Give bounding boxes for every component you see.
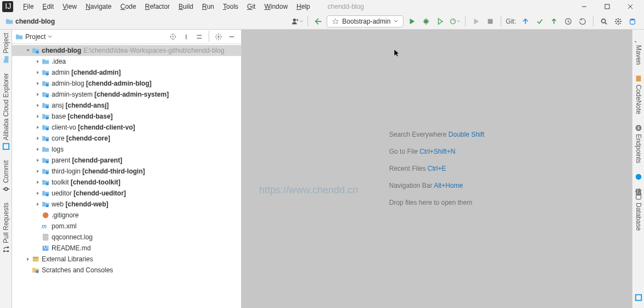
tab-wechat[interactable]: 微信 <box>634 173 643 183</box>
tree-item-client-vo[interactable]: client-vo [chendd-client-vo] <box>12 122 241 133</box>
vcs-update-icon[interactable] <box>519 15 531 27</box>
run-config-selector[interactable]: Bootstrap-admin <box>327 15 404 27</box>
debug-button[interactable] <box>420 15 432 27</box>
gear-icon[interactable] <box>612 15 624 27</box>
tab-codenote[interactable]: CodeNote <box>635 75 642 114</box>
svg-text:m: m <box>635 41 639 43</box>
svg-point-35 <box>43 212 49 219</box>
menu-refactor[interactable]: Refactor <box>141 1 174 12</box>
pane-hide-icon[interactable] <box>226 31 238 43</box>
tab-pull-requests[interactable]: Pull Requests <box>2 203 10 253</box>
svg-point-11 <box>602 19 606 23</box>
svg-rect-31 <box>46 172 48 174</box>
database-tool-icon[interactable] <box>626 15 639 27</box>
svg-rect-22 <box>36 51 38 53</box>
svg-point-21 <box>217 36 220 38</box>
ide-body: Project Alibaba Cloud Explorer Commit Pu… <box>0 30 644 308</box>
tree-item-base[interactable]: base [chendd-base] <box>12 111 241 122</box>
svg-text:IJ: IJ <box>5 3 11 10</box>
tree-item-parent[interactable]: parent [chendd-parent] <box>12 155 241 166</box>
tab-project[interactable]: Project <box>2 33 10 63</box>
svg-point-17 <box>7 250 9 253</box>
svg-point-12 <box>617 20 619 23</box>
tree-item-core[interactable]: core [chendd-core] <box>12 133 241 144</box>
svg-rect-34 <box>46 205 48 207</box>
menu-build[interactable]: Build <box>174 1 198 12</box>
tree-item-web[interactable]: web [chendd-web] <box>12 199 241 210</box>
add-user-icon[interactable] <box>291 15 303 27</box>
menu-code[interactable]: Code <box>116 1 141 12</box>
project-pane-header: Project <box>12 30 241 44</box>
run-disabled-button[interactable] <box>470 15 482 27</box>
vcs-commit-icon[interactable] <box>534 15 546 27</box>
tree-item-admin-system[interactable]: admin-system [chendd-admin-system] <box>12 89 241 100</box>
tab-alibaba-cloud-explorer[interactable]: Alibaba Cloud Explorer <box>2 73 10 150</box>
tree-item--idea[interactable]: .idea <box>12 56 241 67</box>
tree-item-qqconnect-log[interactable]: qqconnect.log <box>12 232 241 243</box>
svg-point-42 <box>36 270 38 273</box>
tab-endpoints[interactable]: Endpoints <box>635 124 642 163</box>
back-icon[interactable] <box>312 15 324 27</box>
menu-tools[interactable]: Tools <box>219 1 243 12</box>
menu-help[interactable]: Help <box>292 1 315 12</box>
menu-file[interactable]: File <box>19 1 38 12</box>
tree-item-third-login[interactable]: third-login [chendd-third-login] <box>12 166 241 177</box>
app-logo-icon: IJ <box>2 1 13 12</box>
locate-icon[interactable] <box>167 31 179 43</box>
run-coverage-button[interactable] <box>434 15 446 27</box>
tree-item-ueditor[interactable]: ueditor [chendd-ueditor] <box>12 188 241 199</box>
profile-button[interactable] <box>449 15 461 27</box>
tab-maven[interactable]: mMaven <box>635 35 642 65</box>
tree-item-README-md[interactable]: MDREADME.md <box>12 243 241 254</box>
window-minimize-button[interactable] <box>573 1 596 13</box>
tab-commit[interactable]: Commit <box>2 160 10 193</box>
tree-root[interactable]: chendd-blogE:\chendd\Idea-Workspaces-git… <box>12 45 241 56</box>
left-tool-strip: Project Alibaba Cloud Explorer Commit Pu… <box>0 30 12 308</box>
tree-item-logs[interactable]: logs <box>12 144 241 155</box>
editor-tip: Recent Files Ctrl+E <box>389 160 484 177</box>
search-icon[interactable] <box>598 15 610 27</box>
project-tree[interactable]: chendd-blogE:\chendd\Idea-Workspaces-git… <box>12 44 241 308</box>
svg-text:MD: MD <box>43 244 49 251</box>
svg-rect-23 <box>46 73 48 75</box>
svg-rect-29 <box>46 139 48 141</box>
svg-rect-44 <box>636 76 641 82</box>
stop-button[interactable] <box>484 15 496 27</box>
menu-view[interactable]: View <box>58 1 81 12</box>
tree-item-admin[interactable]: admin [chendd-admin] <box>12 67 241 78</box>
tree-item-admin-blog[interactable]: admin-blog [chendd-admin-blog] <box>12 78 241 89</box>
breadcrumb-root[interactable]: chendd-blog <box>15 18 55 25</box>
project-tool-window: Project chendd-blogE:\chendd\Idea-Worksp… <box>12 30 242 308</box>
menu-run[interactable]: Run <box>198 1 219 12</box>
menu-git[interactable]: Git <box>243 1 260 12</box>
pane-gear-icon[interactable] <box>212 31 225 43</box>
window-maximize-button[interactable] <box>596 1 619 13</box>
menu-edit[interactable]: Edit <box>38 1 58 12</box>
menu-window[interactable]: Window <box>260 1 292 12</box>
run-button[interactable] <box>406 15 418 27</box>
navigation-bar[interactable]: chendd-blog <box>5 18 55 25</box>
svg-rect-32 <box>46 183 48 185</box>
vcs-rollback-icon[interactable] <box>576 15 589 27</box>
svg-rect-26 <box>46 106 48 108</box>
editor-area[interactable]: https://www.chendd.cn Search Everywhere … <box>242 30 632 308</box>
collapse-all-icon[interactable] <box>193 31 205 43</box>
vcs-push-icon[interactable] <box>548 15 560 27</box>
menu-navigate[interactable]: Navigate <box>81 1 116 12</box>
tree-item-pom-xml[interactable]: mpom.xml <box>12 221 241 232</box>
tree-item--gitignore[interactable]: .gitignore <box>12 210 241 221</box>
mouse-cursor-icon <box>393 48 402 57</box>
window-close-button[interactable] <box>619 1 642 13</box>
svg-text:m: m <box>42 223 47 229</box>
tree-scratches[interactable]: Scratches and Consoles <box>12 265 241 276</box>
vcs-history-icon[interactable] <box>562 15 574 27</box>
tree-external-libs[interactable]: External Libraries <box>12 254 241 265</box>
svg-point-20 <box>172 36 174 37</box>
watermark: https://www.chendd.cn <box>259 184 358 196</box>
right-strip-more-icon[interactable] <box>632 292 645 304</box>
pane-view-selector[interactable]: Project <box>15 33 52 41</box>
tab-database[interactable]: Database <box>635 193 642 231</box>
expand-all-icon[interactable] <box>180 31 192 43</box>
tree-item-ansj[interactable]: ansj [chendd-ansj] <box>12 100 241 111</box>
tree-item-toolkit[interactable]: toolkit [chendd-toolkit] <box>12 177 241 188</box>
